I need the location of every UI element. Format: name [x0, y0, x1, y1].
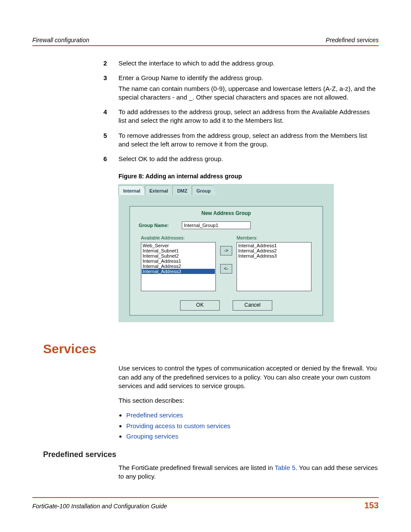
figure-caption: Figure 8: Adding an internal address gro… [118, 173, 379, 180]
step-number: 4 [103, 108, 118, 127]
tab-dmz[interactable]: DMZ [172, 185, 194, 195]
dialog-panel: New Address Group Group Name: Available … [129, 206, 323, 316]
step-body: To add addresses to the address group, s… [118, 108, 379, 127]
services-heading: Services [43, 342, 379, 356]
panel-title: New Address Group [130, 207, 322, 221]
step-body: Enter a Group Name to identify the addre… [118, 74, 379, 103]
services-intro: Use services to control the types of com… [118, 364, 379, 390]
list-item[interactable]: Internal_Address1 [142, 258, 215, 264]
predefined-services-heading: Predefined services [43, 450, 379, 459]
step-number: 3 [103, 74, 118, 103]
list-item[interactable]: Internal_Address2 [237, 248, 311, 253]
tab-internal[interactable]: Internal [118, 185, 147, 195]
tab-group[interactable]: Group [192, 185, 218, 195]
section-link[interactable]: Providing access to custom services [126, 422, 230, 429]
list-item[interactable]: Internal_Address3 [142, 269, 215, 274]
members-list[interactable]: Internal_Address1Internal_Address2Intern… [237, 242, 311, 291]
step-number: 2 [103, 59, 118, 69]
header-right: Predefined services [326, 37, 379, 44]
tab-bar: InternalExternalDMZGroup [118, 184, 334, 195]
step: 3Enter a Group Name to identify the addr… [103, 74, 379, 103]
step: 2Select the interface to which to add th… [103, 59, 379, 69]
available-addresses-list[interactable]: Web_ServerInternal_Subnet1Internal_Subne… [141, 242, 216, 291]
remove-arrow-button[interactable]: <- [220, 264, 232, 274]
footer-rule [32, 497, 379, 498]
step-body: Select the interface to which to add the… [118, 59, 379, 69]
list-item[interactable]: Internal_Address1 [237, 243, 311, 248]
group-name-label: Group Name: [139, 223, 182, 228]
list-item[interactable]: Web_Server [142, 243, 215, 248]
step-number: 6 [103, 155, 118, 165]
footer-title: FortiGate-100 Installation and Configura… [32, 503, 167, 510]
members-label: Members: [237, 235, 311, 240]
step-body: Select OK to add the address group. [118, 155, 379, 165]
list-item[interactable]: Internal_Address2 [142, 264, 215, 269]
step: 4To add addresses to the address group, … [103, 108, 379, 127]
add-arrow-button[interactable]: -> [220, 246, 232, 255]
available-label: Available Addresses: [141, 235, 216, 240]
table-5-link[interactable]: Table 5 [274, 464, 295, 471]
ok-button[interactable]: OK [180, 300, 220, 311]
list-item[interactable]: Internal_Address3 [237, 253, 311, 258]
header-rule [32, 45, 379, 46]
section-link[interactable]: Predefined services [126, 411, 183, 419]
page-footer: FortiGate-100 Installation and Configura… [32, 497, 379, 510]
step-number: 5 [103, 131, 118, 151]
page-header: Firewall configuration Predefined servic… [32, 37, 379, 45]
services-describes: This section describes: [118, 396, 379, 405]
list-item[interactable]: Internal_Subnet1 [142, 248, 215, 253]
predefined-services-text: The FortiGate predefined firewall servic… [118, 464, 379, 481]
step: 6Select OK to add the address group. [103, 155, 379, 165]
group-name-input[interactable] [182, 221, 251, 229]
section-link[interactable]: Grouping services [126, 432, 178, 440]
list-item[interactable]: Internal_Subnet2 [142, 253, 215, 258]
step-body: To remove addresses from the address gro… [118, 131, 379, 151]
cancel-button[interactable]: Cancel [233, 300, 272, 311]
header-left: Firewall configuration [32, 37, 89, 44]
step: 5To remove addresses from the address gr… [103, 131, 379, 151]
page-number: 153 [364, 501, 379, 510]
tab-external[interactable]: External [145, 185, 175, 195]
address-group-dialog: InternalExternalDMZGroup New Address Gro… [118, 184, 334, 322]
